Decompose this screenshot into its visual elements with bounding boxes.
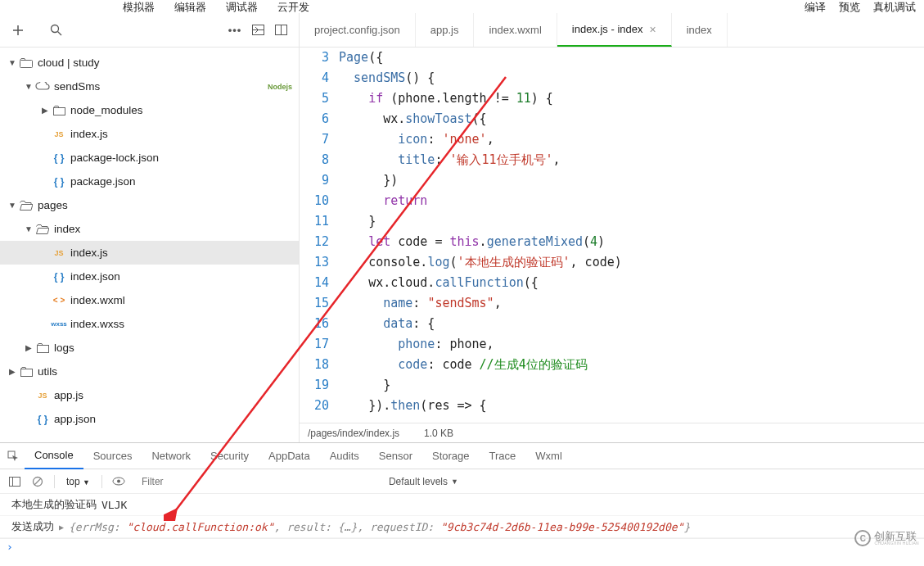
- code-line[interactable]: return: [339, 191, 924, 211]
- code-line[interactable]: }).then(res => {: [339, 396, 924, 416]
- chevron-icon[interactable]: ▼: [7, 201, 18, 210]
- split-vertical-button[interactable]: [269, 19, 292, 42]
- code-body[interactable]: Page({ sendSMS() { if (phone.length != 1…: [339, 48, 924, 423]
- code-line[interactable]: wx.showToast({: [339, 109, 924, 129]
- expand-arrow-icon[interactable]: ▶: [59, 523, 64, 532]
- code-line[interactable]: let code = this.generateMixed(4): [339, 232, 924, 252]
- tree-item-index-js[interactable]: JSindex.js: [0, 241, 299, 265]
- tree-item-cloud-study[interactable]: ▼cloud | study: [0, 51, 299, 75]
- console-context[interactable]: top ▼: [61, 476, 95, 487]
- svg-point-11: [117, 480, 120, 483]
- code-line[interactable]: if (phone.length != 11) {: [339, 88, 924, 109]
- code-line[interactable]: }: [339, 211, 924, 232]
- console-filter-input[interactable]: [132, 474, 377, 489]
- devtools-tab-security[interactable]: Security: [201, 443, 259, 469]
- tree-item-node_modules[interactable]: ▶node_modules: [0, 98, 299, 122]
- code-line[interactable]: Page({: [339, 48, 924, 68]
- tree-item-app-json[interactable]: { }app.json: [0, 407, 299, 431]
- devtools-tab-trace[interactable]: Trace: [480, 443, 526, 469]
- status-path: /pages/index/index.js: [308, 428, 399, 439]
- tree-label: index.json: [70, 270, 120, 283]
- console-line: 发送成功 ▶ {errMsg: "cloud.callFunction:ok",…: [0, 516, 924, 538]
- line-number: 4: [300, 68, 329, 88]
- devtools-tab-console[interactable]: Console: [25, 443, 83, 469]
- code-line[interactable]: title: '输入11位手机号',: [339, 150, 924, 170]
- tree-item-package-lock-json[interactable]: { }package-lock.json: [0, 146, 299, 170]
- console-obj: {errMsg: "cloud.callFunction:ok", result…: [69, 521, 690, 533]
- devtools-tab-sensor[interactable]: Sensor: [369, 443, 422, 469]
- search-button[interactable]: [44, 19, 67, 42]
- code-line[interactable]: data: {: [339, 314, 924, 334]
- line-number: 8: [300, 150, 329, 170]
- clear-console-button[interactable]: [28, 472, 47, 491]
- code-line[interactable]: phone: phone,: [339, 334, 924, 355]
- wxss-icon: wxss: [51, 320, 67, 328]
- svg-rect-4: [53, 107, 65, 115]
- devtools-tab-wxml[interactable]: Wxml: [525, 443, 572, 469]
- code-line[interactable]: sendSMS() {: [339, 68, 924, 88]
- tree-item-index-json[interactable]: { }index.json: [0, 265, 299, 288]
- tree-label: index.wxml: [70, 294, 125, 306]
- code-line[interactable]: }: [339, 375, 924, 396]
- svg-point-0: [51, 25, 58, 33]
- editor-tabs: project.config.jsonapp.jsindex.wxmlindex…: [300, 13, 924, 48]
- console-value: VLJK: [101, 499, 127, 511]
- folder-open-icon: [34, 224, 51, 234]
- console-output[interactable]: 本地生成的验证码 VLJK 发送成功 ▶ {errMsg: "cloud.cal…: [0, 494, 924, 565]
- code-line[interactable]: code: code //生成4位的验证码: [339, 355, 924, 375]
- close-icon[interactable]: ×: [650, 23, 656, 36]
- devtools-tab-audits[interactable]: Audits: [320, 443, 369, 469]
- new-file-button[interactable]: [7, 19, 29, 42]
- cloud-root-icon: [18, 58, 34, 68]
- editor-tab-index[interactable]: index: [672, 13, 728, 47]
- line-number: 19: [300, 375, 329, 396]
- editor-tab-index-wxml[interactable]: index.wxml: [474, 13, 557, 47]
- line-number: 3: [300, 48, 329, 68]
- editor-tab-project-config-json[interactable]: project.config.json: [300, 13, 416, 47]
- tree-item-app-js[interactable]: JSapp.js: [0, 383, 299, 407]
- file-tree[interactable]: ▼cloud | study▼sendSmsNodejs▶node_module…: [0, 48, 299, 442]
- tree-item-logs[interactable]: ▶logs: [0, 336, 299, 360]
- more-button[interactable]: •••: [223, 19, 246, 42]
- code-editor[interactable]: 34567891011121314151617181920 Page({ sen…: [300, 48, 924, 423]
- chevron-icon[interactable]: ▶: [23, 343, 34, 352]
- code-line[interactable]: icon: 'none',: [339, 129, 924, 150]
- chevron-icon[interactable]: ▶: [39, 106, 51, 115]
- tree-item-index-wxml[interactable]: < >index.wxml: [0, 288, 299, 312]
- tree-item-index-wxss[interactable]: wxssindex.wxss: [0, 312, 299, 336]
- code-line[interactable]: name: "sendSms",: [339, 293, 924, 314]
- file-explorer: ••• ▼cloud | study▼sendSmsNodejs▶node_mo…: [0, 13, 300, 442]
- devtools-tab-network[interactable]: Network: [142, 443, 201, 469]
- tree-item-index-js[interactable]: JSindex.js: [0, 122, 299, 146]
- chevron-icon[interactable]: ▼: [23, 224, 34, 233]
- svg-rect-3: [20, 60, 33, 67]
- chevron-icon[interactable]: ▶: [7, 367, 18, 376]
- code-line[interactable]: }): [339, 170, 924, 191]
- tree-label: package-lock.json: [70, 152, 159, 164]
- line-number: 6: [300, 109, 329, 129]
- editor-tab-app-js[interactable]: app.js: [416, 13, 475, 47]
- tree-item-pages[interactable]: ▼pages: [0, 193, 299, 217]
- tree-item-package-json[interactable]: { }package.json: [0, 170, 299, 193]
- devtools-tab-appdata[interactable]: AppData: [259, 443, 320, 469]
- tree-item-utils[interactable]: ▶utils: [0, 360, 299, 383]
- console-prompt[interactable]: ›: [0, 538, 924, 555]
- live-expression-button[interactable]: [109, 472, 128, 491]
- split-horizontal-button[interactable]: [246, 19, 269, 42]
- tree-item-index[interactable]: ▼index: [0, 217, 299, 241]
- tree-label: sendSms: [54, 80, 100, 93]
- chevron-icon[interactable]: ▼: [7, 58, 18, 67]
- inspect-element-button[interactable]: [3, 446, 23, 466]
- tree-label: pages: [38, 199, 68, 211]
- toggle-sidebar-button[interactable]: [5, 472, 25, 491]
- log-levels-dropdown[interactable]: Default levels▼: [389, 476, 458, 487]
- devtools-tab-sources[interactable]: Sources: [83, 443, 142, 469]
- editor-tab-index-js[interactable]: index.js - index×: [557, 13, 672, 47]
- js-icon: JS: [51, 249, 67, 257]
- tree-item-sendSms[interactable]: ▼sendSmsNodejs: [0, 75, 299, 98]
- editor-status-bar: /pages/index/index.js 1.0 KB: [300, 423, 924, 442]
- code-line[interactable]: console.log('本地生成的验证码', code): [339, 252, 924, 273]
- chevron-icon[interactable]: ▼: [23, 82, 34, 91]
- devtools-tab-storage[interactable]: Storage: [422, 443, 480, 469]
- code-line[interactable]: wx.cloud.callFunction({: [339, 273, 924, 293]
